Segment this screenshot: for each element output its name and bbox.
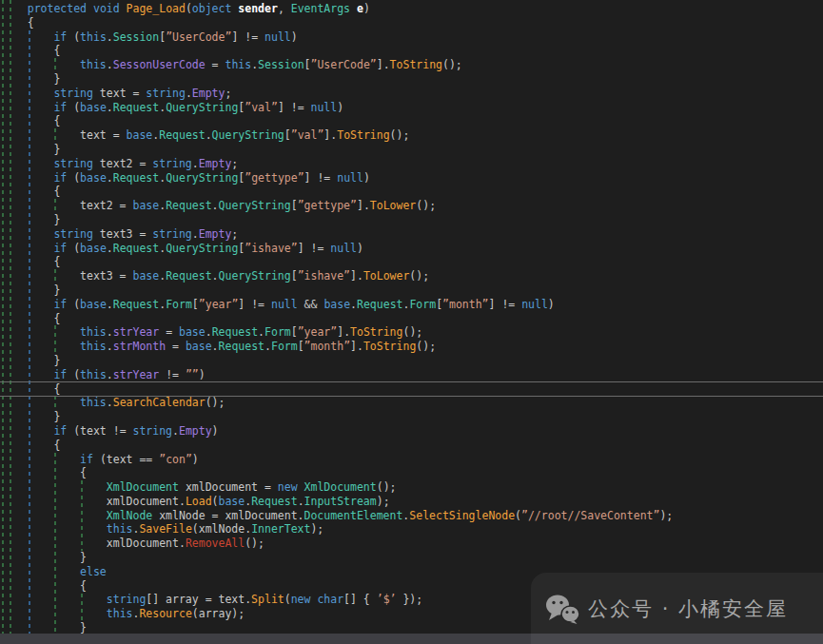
code-line[interactable]: protected void Page_Load(object sender, … bbox=[1, 2, 823, 16]
code-line[interactable]: } bbox=[1, 283, 823, 298]
code-line[interactable]: if (text == ”con”) bbox=[1, 453, 823, 467]
code-token bbox=[1, 340, 80, 353]
code-token: } bbox=[1, 213, 60, 226]
code-token: QueryString bbox=[219, 199, 291, 212]
code-token: ’$’ bbox=[377, 593, 397, 606]
code-token: xmlDocument. bbox=[1, 495, 186, 508]
code-token: string bbox=[107, 593, 147, 606]
code-line[interactable]: xmlDocument.RemoveAll(); bbox=[1, 537, 823, 551]
code-line[interactable]: { bbox=[1, 255, 823, 269]
code-token: ”year” bbox=[298, 325, 338, 339]
code-line[interactable]: } bbox=[1, 410, 823, 424]
code-token: SaveFile bbox=[139, 522, 191, 536]
code-token: Request bbox=[251, 495, 297, 508]
code-token: ] != bbox=[231, 30, 265, 44]
code-token: ToString bbox=[363, 340, 416, 353]
code-token: ( bbox=[515, 509, 521, 522]
code-token: ”month” bbox=[442, 298, 488, 311]
code-line[interactable]: xmlDocument.Load(base.Request.InputStrea… bbox=[1, 495, 823, 509]
code-line[interactable]: this.strMonth = base.Request.Form[”month… bbox=[1, 340, 823, 354]
code-token: Empty bbox=[199, 227, 232, 241]
code-token: . bbox=[107, 171, 113, 185]
code-area[interactable]: protected void Page_Load(object sender, … bbox=[0, 0, 823, 635]
code-line[interactable]: this.SaveFile(xmlNode.InnerText); bbox=[1, 522, 823, 537]
code-token: ( bbox=[67, 30, 80, 44]
code-token: string bbox=[133, 424, 173, 438]
code-token: Request bbox=[159, 128, 205, 142]
code-line[interactable]: } bbox=[1, 213, 823, 227]
code-token: strYear bbox=[113, 325, 159, 339]
code-token: Session bbox=[258, 58, 304, 71]
code-line[interactable]: { bbox=[1, 44, 823, 58]
code-token: (); bbox=[390, 128, 410, 142]
code-token: Request bbox=[219, 340, 265, 353]
watermark-badge: 公众号 · 小橘安全屋 bbox=[531, 573, 823, 644]
code-token: . bbox=[107, 30, 113, 44]
code-line[interactable]: XmlDocument xmlDocument = new XmlDocumen… bbox=[1, 480, 823, 495]
code-token bbox=[1, 298, 53, 311]
code-token: (array); bbox=[192, 607, 245, 620]
code-token bbox=[1, 101, 53, 114]
code-token: [ bbox=[298, 340, 304, 353]
code-line[interactable]: { bbox=[1, 439, 823, 453]
code-token: null bbox=[337, 171, 363, 185]
code-line[interactable]: { bbox=[1, 114, 823, 128]
code-line[interactable]: text = base.Request.QueryString[”val”].T… bbox=[1, 128, 823, 143]
code-line[interactable]: } bbox=[1, 354, 823, 368]
code-token: base bbox=[219, 495, 245, 508]
code-token: . bbox=[206, 128, 212, 142]
code-token: Empty bbox=[192, 87, 225, 100]
code-line[interactable]: if (text != string.Empty) bbox=[1, 424, 823, 439]
code-line[interactable]: if (base.Request.Form[”year”] != null &&… bbox=[1, 298, 823, 312]
code-line[interactable]: this.SessonUserCode = this.Session[”User… bbox=[1, 58, 823, 72]
code-token: text = bbox=[1, 128, 127, 142]
code-token: xmlDocument. bbox=[1, 537, 186, 550]
code-token: null bbox=[521, 298, 548, 311]
code-line[interactable]: XmlNode xmlNode = xmlDocument.DocumentEl… bbox=[1, 509, 823, 523]
code-token: SelectSingleNode bbox=[409, 509, 515, 522]
code-line[interactable]: if (base.Request.QueryString[”val”] != n… bbox=[1, 101, 823, 115]
code-line[interactable]: text3 = base.Request.QueryString[”ishave… bbox=[1, 269, 823, 283]
code-token: QueryString bbox=[166, 242, 238, 255]
code-token: . bbox=[172, 424, 179, 438]
code-line[interactable]: { bbox=[1, 466, 823, 480]
code-token: ) bbox=[548, 298, 555, 311]
code-line[interactable]: } bbox=[1, 551, 823, 565]
code-token: base bbox=[132, 269, 159, 283]
code-line[interactable]: { bbox=[1, 185, 823, 199]
code-line[interactable]: string text2 = string.Empty; bbox=[1, 157, 823, 171]
code-line[interactable]: this.SearchCalendar(); bbox=[1, 396, 823, 410]
code-token bbox=[1, 565, 80, 578]
code-token: if bbox=[53, 242, 67, 255]
code-token: ) bbox=[363, 171, 370, 185]
code-token: Request bbox=[357, 298, 402, 311]
code-token: ”//root//SaveContent” bbox=[521, 509, 659, 522]
code-token: ( bbox=[186, 2, 192, 15]
code-token: RemoveAll bbox=[186, 537, 245, 550]
code-line[interactable]: this.strYear = base.Request.Form[”year”]… bbox=[1, 325, 823, 340]
code-token: null bbox=[330, 242, 357, 255]
code-token: ( bbox=[67, 242, 80, 255]
code-line[interactable]: } bbox=[1, 72, 823, 87]
code-line[interactable]: { bbox=[1, 312, 823, 326]
code-token: . bbox=[107, 58, 113, 71]
code-token bbox=[1, 453, 80, 466]
code-line[interactable]: { bbox=[1, 16, 823, 30]
code-token: QueryString bbox=[166, 171, 238, 185]
code-line[interactable]: if (base.Request.QueryString[”ishave”] !… bbox=[1, 242, 823, 256]
code-token: , bbox=[278, 2, 291, 15]
code-line[interactable]: if (base.Request.QueryString[”gettype”] … bbox=[1, 171, 823, 185]
code-line[interactable]: if (this.strYear != ””) bbox=[1, 368, 823, 382]
code-token: base bbox=[186, 340, 212, 353]
code-token bbox=[1, 242, 53, 255]
code-line[interactable]: string text3 = string.Empty; bbox=[1, 227, 823, 242]
code-line[interactable]: text2 = base.Request.QueryString[”gettyp… bbox=[1, 199, 823, 213]
code-line[interactable]: string text = string.Empty; bbox=[1, 87, 823, 101]
code-line[interactable]: { bbox=[1, 382, 823, 397]
code-line[interactable]: } bbox=[1, 143, 823, 157]
code-token: . bbox=[107, 298, 113, 311]
code-token: text = bbox=[93, 87, 146, 100]
code-token: ToLower bbox=[370, 199, 416, 212]
code-token: . bbox=[206, 325, 212, 339]
code-line[interactable]: if (this.Session[”UserCode”] != null) bbox=[1, 30, 823, 45]
